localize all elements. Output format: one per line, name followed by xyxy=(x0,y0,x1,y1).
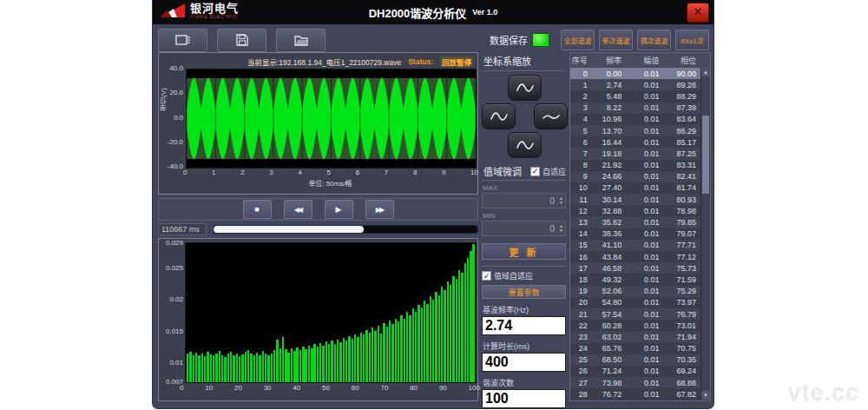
spinner-arrows[interactable]: ▲ ▼ xyxy=(557,196,565,205)
harmonic-table: 序号 频率 幅值 相位 00.000.0190.0012.740.0189.28… xyxy=(569,52,711,401)
fundamental-freq-input[interactable] xyxy=(482,316,566,335)
tick-label: 50 xyxy=(322,384,330,392)
table-row[interactable]: 38.220.0187.39 xyxy=(570,102,701,114)
spectrum-bar xyxy=(293,351,295,382)
table-row[interactable]: 1849.320.0171.59 xyxy=(570,274,701,285)
table-cell: 63.02 xyxy=(593,333,627,341)
table-row[interactable]: 1027.400.0181.74 xyxy=(570,182,701,194)
playback-progress-slider[interactable] xyxy=(213,225,478,234)
harmonic-count-input[interactable] xyxy=(482,389,566,408)
table-row[interactable]: 924.660.0182.41 xyxy=(570,171,701,182)
table-cell: 0.01 xyxy=(627,241,664,249)
close-button[interactable]: ✕ xyxy=(687,3,709,23)
open-file-button[interactable] xyxy=(276,29,326,52)
spinner-arrows[interactable]: ▲ ▼ xyxy=(557,224,565,233)
harmonic-filter-button-0[interactable]: 全部谐波 xyxy=(561,30,595,50)
checkbox-check-icon: ✓ xyxy=(482,271,491,281)
spinner-down-icon[interactable]: ▼ xyxy=(559,228,563,233)
tick-label: 1 xyxy=(212,169,215,176)
table-cell: 0.01 xyxy=(627,379,664,387)
tick-label: -40.0 xyxy=(168,162,183,170)
table-row[interactable]: 821.920.0183.31 xyxy=(570,160,701,171)
table-cell: 60.28 xyxy=(593,321,627,330)
table-row[interactable]: 1232.880.0178.98 xyxy=(570,205,701,216)
table-cell: 9 xyxy=(570,172,593,181)
table-row[interactable]: 1952.060.0175.29 xyxy=(570,286,701,297)
table-row[interactable]: 2260.280.0173.01 xyxy=(570,320,701,331)
spectrum-bar xyxy=(282,337,284,382)
rewind-button[interactable]: ◀◀ xyxy=(284,200,312,219)
adaptive-checkbox[interactable]: ✓ 自适应 xyxy=(530,166,566,177)
scrollbar-thumb[interactable] xyxy=(702,116,709,194)
table-row[interactable]: 2671.240.0169.24 xyxy=(570,366,701,377)
update-button[interactable]: 更 新 xyxy=(482,243,566,260)
zoom-down-button[interactable] xyxy=(508,132,542,158)
table-row[interactable]: 2157.540.0176.79 xyxy=(570,308,701,320)
table-cell: 19.18 xyxy=(593,149,627,158)
col-header-index: 序号 xyxy=(570,55,593,66)
table-row[interactable]: 1746.580.0175.73 xyxy=(570,262,701,274)
table-row[interactable]: 1438.360.0179.07 xyxy=(570,228,701,240)
harmonic-filter-button-2[interactable]: 偶次谐波 xyxy=(637,30,671,50)
table-row[interactable]: 00.000.0190.00 xyxy=(570,68,701,79)
table-row[interactable]: 2568.500.0170.35 xyxy=(570,354,701,366)
spectrum-bar xyxy=(467,258,469,382)
tick-label: 0 xyxy=(180,384,183,392)
display-mode-button[interactable] xyxy=(158,29,207,52)
harmonic-filter-button-1[interactable]: 单次谐波 xyxy=(599,30,633,50)
table-row[interactable]: 1335.620.0179.85 xyxy=(570,216,701,228)
spectrum-bar xyxy=(345,341,347,382)
spinner-down-icon[interactable]: ▼ xyxy=(559,201,563,205)
calc-duration-input[interactable] xyxy=(482,353,566,372)
harmonic-filter-button-3[interactable]: 6X±1次 xyxy=(675,30,709,50)
save-button[interactable] xyxy=(217,29,266,52)
table-row[interactable]: 719.180.0187.25 xyxy=(570,148,701,159)
table-cell: 0.01 xyxy=(627,355,664,364)
zoom-right-button[interactable] xyxy=(534,103,568,129)
table-row[interactable]: 616.440.0185.17 xyxy=(570,136,701,148)
table-cell: 2 xyxy=(570,92,593,101)
max-spinner[interactable]: 0 ▲ ▼ xyxy=(482,193,566,208)
tick-label: 10 xyxy=(470,169,478,176)
table-row[interactable]: 1541.100.0177.71 xyxy=(570,240,701,251)
spectrum-bar xyxy=(198,355,200,382)
zoom-up-button[interactable] xyxy=(508,75,542,101)
sine-wave-icon xyxy=(516,140,535,151)
table-cell: 13 xyxy=(570,218,593,227)
table-row[interactable]: 1130.140.0180.93 xyxy=(570,194,701,205)
spectrum-bar xyxy=(210,354,212,382)
table-cell: 46.58 xyxy=(593,264,627,273)
table-row[interactable]: 2054.800.0173.97 xyxy=(570,297,701,308)
table-cell: 87.39 xyxy=(665,103,701,112)
table-row[interactable]: 2876.720.0167.82 xyxy=(570,388,701,400)
table-cell: 28 xyxy=(570,390,593,399)
table-row[interactable]: 2363.020.0171.94 xyxy=(570,331,701,342)
zoom-left-button[interactable] xyxy=(482,103,516,129)
reset-params-button[interactable]: 重置参数 xyxy=(482,285,566,299)
table-row[interactable]: 12.740.0189.28 xyxy=(570,79,701,90)
table-row[interactable]: 2465.760.0170.75 xyxy=(570,343,701,354)
control-column: 坐标系缩放 xyxy=(482,52,566,401)
harmonic-table-body: 00.000.0190.0012.740.0189.2825.480.0188.… xyxy=(570,68,701,400)
stop-button[interactable]: ■ xyxy=(243,200,272,219)
spectrum-bar xyxy=(415,312,417,382)
min-spinner[interactable]: 0 ▲ ▼ xyxy=(482,221,566,236)
table-row[interactable]: 513.700.0186.29 xyxy=(570,125,701,136)
spectrum-bar xyxy=(343,338,345,382)
table-row[interactable]: 1643.840.0177.12 xyxy=(570,251,701,262)
spectrum-bar xyxy=(247,350,249,382)
play-button[interactable]: ▶ xyxy=(325,200,353,219)
logo: 银河电气 YINHE ELECTRIC xyxy=(160,2,239,19)
table-scrollbar[interactable]: ▲ ▼ xyxy=(700,68,710,400)
range-adaptive-checkbox[interactable]: ✓ 值域自适应 xyxy=(482,270,566,281)
scroll-up-icon[interactable]: ▲ xyxy=(701,68,710,76)
spectrum-bar xyxy=(245,352,247,382)
fast-forward-button[interactable]: ▶▶ xyxy=(365,200,394,219)
wave-y-ticks: 40.020.00.0-20.0-40.0 xyxy=(164,64,183,170)
table-cell: 0.01 xyxy=(627,344,664,353)
tick-label: 40.0 xyxy=(169,64,183,72)
table-row[interactable]: 25.480.0188.29 xyxy=(570,90,701,102)
scroll-down-icon[interactable]: ▼ xyxy=(701,391,710,400)
table-row[interactable]: 410.960.0183.64 xyxy=(570,114,701,125)
table-row[interactable]: 2773.980.0168.88 xyxy=(570,377,701,388)
